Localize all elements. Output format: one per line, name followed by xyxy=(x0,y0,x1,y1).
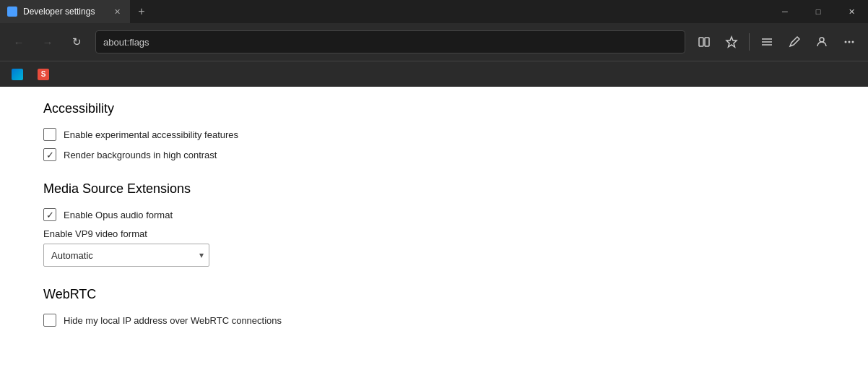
opus-checkmark-icon: ✓ xyxy=(46,210,54,220)
content-area: Accessibility Enable experimental access… xyxy=(0,87,868,378)
profile-icon[interactable] xyxy=(809,29,835,55)
address-bar[interactable]: about:flags xyxy=(95,30,685,53)
high-contrast-label: Render backgrounds in high contrast xyxy=(64,150,217,160)
nav-right-icons xyxy=(691,29,862,55)
high-contrast-row: ✓ Render backgrounds in high contrast xyxy=(43,148,825,161)
media-source-title: Media Source Extensions xyxy=(43,181,825,197)
favorites-bar: S xyxy=(0,61,868,87)
menu-icon[interactable] xyxy=(754,29,780,55)
nav-separator xyxy=(749,33,750,51)
svg-point-9 xyxy=(852,41,854,43)
edit-icon[interactable] xyxy=(781,29,807,55)
svg-point-7 xyxy=(845,41,847,43)
media-source-section: Media Source Extensions ✓ Enable Opus au… xyxy=(43,181,825,267)
high-contrast-checkbox[interactable]: ✓ xyxy=(43,148,56,161)
vp9-label-wrapper: Enable VP9 video format Automatic Enable… xyxy=(43,228,825,267)
more-icon[interactable] xyxy=(836,29,862,55)
tab-favicon xyxy=(7,7,17,17)
favorites-item-edge[interactable] xyxy=(6,66,29,83)
tab-close-button[interactable]: ✕ xyxy=(111,6,123,17)
vp9-select[interactable]: Automatic Enabled Disabled xyxy=(43,244,209,267)
maximize-button[interactable]: □ xyxy=(802,0,835,23)
svg-marker-2 xyxy=(726,37,737,47)
opus-audio-row: ✓ Enable Opus audio format xyxy=(43,208,825,221)
tab-title: Developer settings xyxy=(23,7,105,17)
window-controls: ─ □ ✕ xyxy=(768,0,868,23)
edge-favicon xyxy=(12,69,23,80)
opus-audio-label: Enable Opus audio format xyxy=(64,210,173,220)
favorites-icon[interactable] xyxy=(719,29,745,55)
checkmark-icon: ✓ xyxy=(46,150,54,160)
reading-mode-icon[interactable] xyxy=(691,29,717,55)
hide-local-ip-row: Hide my local IP address over WebRTC con… xyxy=(43,314,825,327)
vp9-select-wrapper: Automatic Enabled Disabled ▾ xyxy=(43,244,209,267)
experimental-accessibility-label: Enable experimental accessibility featur… xyxy=(64,129,238,140)
title-bar: Developer settings ✕ + ─ □ ✕ xyxy=(0,0,868,23)
vp9-field-label: Enable VP9 video format xyxy=(43,228,825,239)
hide-local-ip-checkbox[interactable] xyxy=(43,314,56,327)
minimize-button[interactable]: ─ xyxy=(768,0,802,23)
new-tab-button[interactable]: + xyxy=(130,0,153,23)
opus-audio-checkbox[interactable]: ✓ xyxy=(43,208,56,221)
svg-rect-1 xyxy=(705,38,709,46)
close-button[interactable]: ✕ xyxy=(835,0,868,23)
forward-button[interactable]: → xyxy=(35,29,61,55)
webrtc-title: WebRTC xyxy=(43,287,825,302)
svg-point-6 xyxy=(820,38,824,42)
s-favicon: S xyxy=(38,69,49,80)
svg-rect-0 xyxy=(699,38,703,46)
svg-point-8 xyxy=(849,41,851,43)
accessibility-title: Accessibility xyxy=(43,101,825,116)
experimental-accessibility-checkbox[interactable] xyxy=(43,128,56,141)
favorites-item-s[interactable]: S xyxy=(32,66,55,83)
refresh-button[interactable]: ↻ xyxy=(64,29,90,55)
experimental-accessibility-row: Enable experimental accessibility featur… xyxy=(43,128,825,141)
accessibility-section: Accessibility Enable experimental access… xyxy=(43,101,825,161)
browser-tab[interactable]: Developer settings ✕ xyxy=(0,0,130,23)
navigation-bar: ← → ↻ about:flags xyxy=(0,23,868,61)
hide-local-ip-label: Hide my local IP address over WebRTC con… xyxy=(64,315,282,326)
back-button[interactable]: ← xyxy=(6,29,32,55)
webrtc-section: WebRTC Hide my local IP address over Web… xyxy=(43,287,825,327)
